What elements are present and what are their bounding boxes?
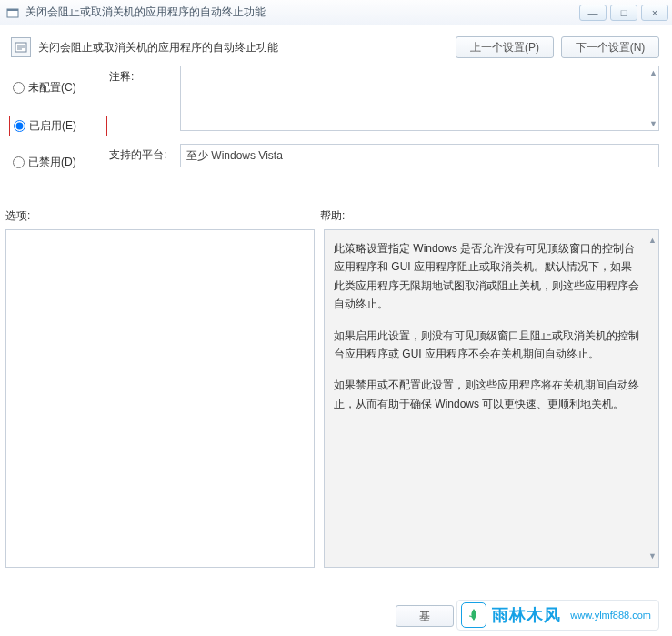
platform-value: 至少 Windows Vista <box>186 149 283 162</box>
platform-value-box: 至少 Windows Vista <box>180 144 659 167</box>
scroll-down-icon[interactable]: ▼ <box>649 119 657 128</box>
footer-button-stub[interactable]: 基 <box>396 605 454 627</box>
title-bar: 关闭会阻止或取消关机的应用程序的自动终止功能 — □ × <box>0 0 672 25</box>
platform-row: 支持的平台: 至少 Windows Vista <box>109 144 659 167</box>
radio-not-configured-label: 未配置(C) <box>28 80 76 96</box>
help-label: 帮助: <box>320 208 659 224</box>
previous-setting-button[interactable]: 上一个设置(P) <box>456 36 554 58</box>
radio-enabled[interactable]: 已启用(E) <box>9 116 107 136</box>
comment-row: 注释: ▲ ▼ <box>109 66 659 131</box>
section-labels: 选项: 帮助: <box>0 199 672 229</box>
radio-disabled-input[interactable] <box>13 156 25 168</box>
radio-not-configured[interactable]: 未配置(C) <box>13 80 104 96</box>
help-paragraph-2: 如果启用此设置，则没有可见顶级窗口且阻止或取消关机的控制台应用程序或 GUI 应… <box>334 327 640 364</box>
radio-enabled-label: 已启用(E) <box>29 118 76 134</box>
lower-panels: ▲ ▼ 此策略设置指定 Windows 是否允许没有可见顶级窗口的控制台应用程序… <box>0 229 672 568</box>
policy-title: 关闭会阻止或取消关机的应用程序的自动终止功能 <box>38 40 448 56</box>
policy-icon <box>11 37 31 57</box>
window-title: 关闭会阻止或取消关机的应用程序的自动终止功能 <box>25 5 576 20</box>
watermark: 雨林木风 www.ylmf888.com <box>456 600 659 631</box>
window-buttons: — □ × <box>576 5 668 21</box>
watermark-brand: 雨林木风 <box>492 604 561 626</box>
app-icon <box>5 5 20 20</box>
close-button[interactable]: × <box>641 5 668 21</box>
next-setting-button[interactable]: 下一个设置(N) <box>561 36 659 58</box>
radio-enabled-input[interactable] <box>14 120 25 132</box>
header-row: 关闭会阻止或取消关机的应用程序的自动终止功能 上一个设置(P) 下一个设置(N) <box>0 25 672 66</box>
help-scroll-up-icon[interactable]: ▲ <box>648 234 656 247</box>
state-radios: 未配置(C) 已启用(E) 已禁用(D) <box>13 66 104 190</box>
radio-disabled[interactable]: 已禁用(D) <box>13 155 104 170</box>
comment-textarea[interactable]: ▲ ▼ <box>180 66 659 131</box>
fields-column: 注释: ▲ ▼ 支持的平台: 至少 Windows Vista <box>109 66 659 190</box>
help-paragraph-1: 此策略设置指定 Windows 是否允许没有可见顶级窗口的控制台应用程序和 GU… <box>334 239 640 314</box>
comment-label: 注释: <box>109 66 171 85</box>
minimize-button[interactable]: — <box>579 5 607 21</box>
help-paragraph-3: 如果禁用或不配置此设置，则这些应用程序将在关机期间自动终止，从而有助于确保 Wi… <box>334 376 640 413</box>
config-area: 未配置(C) 已启用(E) 已禁用(D) 注释: ▲ ▼ 支持的平台: 至少 W… <box>0 66 672 199</box>
help-scroll-down-icon[interactable]: ▼ <box>648 550 656 563</box>
maximize-button[interactable]: □ <box>610 5 637 21</box>
radio-not-configured-input[interactable] <box>13 82 25 94</box>
watermark-logo-icon <box>461 602 486 628</box>
platform-label: 支持的平台: <box>109 144 171 163</box>
options-label: 选项: <box>5 208 320 224</box>
help-panel: ▲ ▼ 此策略设置指定 Windows 是否允许没有可见顶级窗口的控制台应用程序… <box>324 229 659 568</box>
options-panel <box>5 229 315 568</box>
svg-rect-1 <box>7 9 18 11</box>
footer-buttons: 基 <box>396 605 454 627</box>
watermark-url: www.ylmf888.com <box>570 610 651 621</box>
radio-disabled-label: 已禁用(D) <box>28 155 76 170</box>
scroll-up-icon[interactable]: ▲ <box>649 68 657 77</box>
